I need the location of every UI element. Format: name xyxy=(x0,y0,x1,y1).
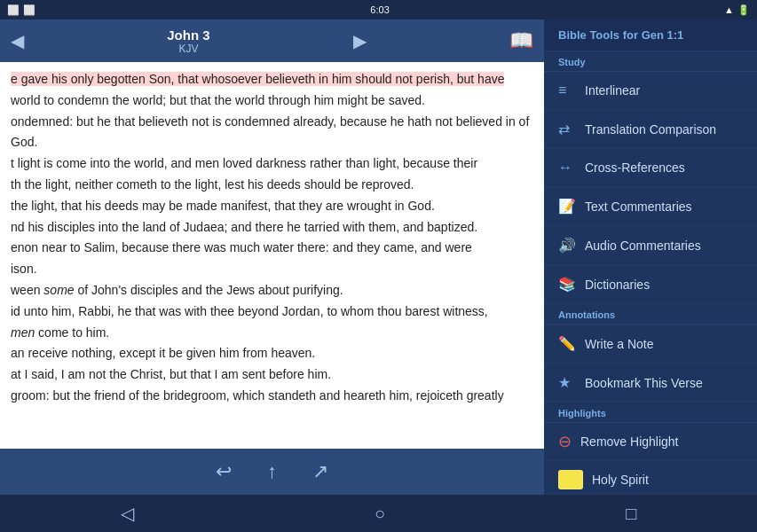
verse-line-10: ween some of John's disciples and the Je… xyxy=(11,280,533,301)
main-area: ◀ John 3 KJV ▶ 📖 e gave his only begotte… xyxy=(0,20,757,495)
study-section-label: Study xyxy=(544,51,757,72)
text-commentaries-icon: 📝 xyxy=(558,198,576,215)
dictionaries-item[interactable]: 📚 Dictionaries xyxy=(544,265,757,304)
android-back-button[interactable]: ◁ xyxy=(121,503,134,524)
verse-line-12: men come to him. xyxy=(11,323,533,344)
bookmark-label: Bookmark This Verse xyxy=(585,376,703,390)
write-note-icon: ✏️ xyxy=(558,335,576,352)
book-title: John 3 xyxy=(167,27,209,43)
text-commentaries-item[interactable]: 📝 Text Commentaries xyxy=(544,187,757,226)
cross-references-item[interactable]: ↔ Cross-References xyxy=(544,149,757,187)
interlinear-item[interactable]: ≡ Interlinear xyxy=(544,72,757,110)
verse-line-15: groom: but the friend of the bridegroom,… xyxy=(11,386,533,407)
next-chapter-button[interactable]: ▶ xyxy=(353,30,367,51)
bible-icon[interactable]: 📖 xyxy=(509,29,533,52)
audio-commentaries-icon: 🔊 xyxy=(558,237,576,254)
android-recents-button[interactable]: □ xyxy=(626,504,636,524)
status-bar: ⬜ ⬜ 6:03 ▲ 🔋 xyxy=(0,0,757,20)
verse-line-1: e gave his only begotten Son, that whoso… xyxy=(11,69,533,90)
back-button[interactable]: ↩ xyxy=(216,460,232,483)
verse-line-4: t light is come into the world, and men … xyxy=(11,153,533,175)
holy-spirit-swatch xyxy=(558,470,583,489)
remove-highlight-item[interactable]: ⊖ Remove Highlight xyxy=(544,423,757,461)
translation-comparison-icon: ⇄ xyxy=(558,121,576,137)
android-nav-bar: ◁ ○ □ xyxy=(0,495,757,532)
bible-panel: ◀ John 3 KJV ▶ 📖 e gave his only begotte… xyxy=(0,20,544,495)
bible-version: KJV xyxy=(178,43,198,55)
bible-text: e gave his only begotten Son, that whoso… xyxy=(0,62,544,449)
share-button[interactable]: ↗ xyxy=(312,460,328,483)
dictionaries-icon: 📚 xyxy=(558,276,576,293)
remove-highlight-label: Remove Highlight xyxy=(580,434,679,449)
verse-line-6: the light, that his deeds may be made ma… xyxy=(11,196,533,217)
write-note-item[interactable]: ✏️ Write a Note xyxy=(544,325,757,364)
bookmark-verse-item[interactable]: ★ Bookmark This Verse xyxy=(544,364,757,403)
android-home-button[interactable]: ○ xyxy=(375,504,385,524)
tools-header: Bible Tools for Gen 1:1 xyxy=(544,20,757,51)
interlinear-icon: ≡ xyxy=(558,82,576,98)
verse-line-11: id unto him, Rabbi, he that was with the… xyxy=(11,301,533,323)
highlights-section-label: Highlights xyxy=(544,403,757,423)
cross-references-label: Cross-References xyxy=(585,160,685,175)
verse-line-2: world to condemn the world; but that the… xyxy=(11,90,533,112)
write-note-label: Write a Note xyxy=(585,337,654,351)
interlinear-label: Interlinear xyxy=(585,83,640,98)
bookmark-icon: ★ xyxy=(558,374,576,391)
tools-panel: Bible Tools for Gen 1:1 Study ≡ Interlin… xyxy=(544,20,757,495)
translation-comparison-item[interactable]: ⇄ Translation Comparison xyxy=(544,110,757,149)
status-left-icons: ⬜ ⬜ xyxy=(7,4,35,16)
verse-line-8: enon near to Salim, because there was mu… xyxy=(11,238,533,259)
holy-spirit-highlight-item[interactable]: Holy Spirit xyxy=(544,461,757,495)
translation-comparison-label: Translation Comparison xyxy=(585,122,716,137)
holy-spirit-label: Holy Spirit xyxy=(592,473,649,487)
scroll-top-button[interactable]: ↑ xyxy=(267,460,277,483)
clock: 6:03 xyxy=(370,4,389,15)
dictionaries-label: Dictionaries xyxy=(585,278,650,292)
battery-icon: 🔋 xyxy=(737,4,750,16)
bible-header: ◀ John 3 KJV ▶ 📖 xyxy=(0,20,544,62)
wifi-icon: ▲ xyxy=(724,4,734,15)
verse-line-7: nd his disciples into the land of Judaea… xyxy=(11,217,533,239)
verse-line-3: ondemned: but he that believeth not is c… xyxy=(11,112,533,154)
text-commentaries-label: Text Commentaries xyxy=(585,200,692,214)
app-icon-1: ⬜ xyxy=(7,4,20,16)
verse-line-9: ison. xyxy=(11,259,533,280)
verse-line-5: th the light, neither cometh to the ligh… xyxy=(11,175,533,196)
annotations-section-label: Annotations xyxy=(544,304,757,325)
verse-line-14: at I said, I am not the Christ, but that… xyxy=(11,364,533,386)
remove-highlight-icon: ⊖ xyxy=(558,432,572,451)
status-right-icons: ▲ 🔋 xyxy=(724,4,750,16)
prev-chapter-button[interactable]: ◀ xyxy=(11,30,24,51)
audio-commentaries-item[interactable]: 🔊 Audio Commentaries xyxy=(544,226,757,265)
audio-commentaries-label: Audio Commentaries xyxy=(585,239,701,253)
book-navigation[interactable]: John 3 KJV xyxy=(167,27,209,55)
bible-footer: ↩ ↑ ↗ xyxy=(0,449,544,495)
app-icon-2: ⬜ xyxy=(23,4,35,16)
verse-line-13: an receive nothing, except it be given h… xyxy=(11,343,533,364)
cross-references-icon: ↔ xyxy=(558,160,576,176)
